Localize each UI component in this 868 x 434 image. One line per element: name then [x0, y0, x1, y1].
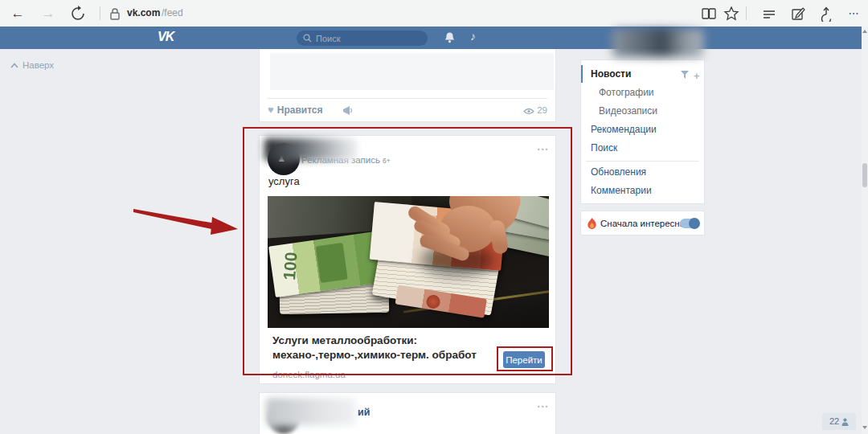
- age-rating: 6+: [383, 157, 391, 165]
- web-note-icon[interactable]: [790, 6, 806, 22]
- go-button[interactable]: Перейти: [503, 351, 545, 368]
- sidebar-item-recommendations[interactable]: Рекомендации: [581, 121, 704, 138]
- chevron-up-icon: [10, 63, 18, 68]
- hub-icon[interactable]: [761, 6, 777, 22]
- heart-icon: ♥: [268, 104, 274, 116]
- author-name-blurred: [264, 138, 356, 161]
- sidebar-item-label: Комментарии: [591, 185, 652, 196]
- notifications-bell-icon[interactable]: [444, 31, 456, 43]
- chrome-divider: [100, 6, 100, 20]
- next-post-card: ий ...: [259, 392, 556, 434]
- toggle-knob: [689, 218, 700, 229]
- sidebar-item-label: Фотографии: [599, 87, 654, 98]
- sidebar-menu: Новости + Фотографии Видеозаписи Рекомен…: [580, 59, 705, 204]
- previous-post-card: ♥Нравится 29: [259, 48, 556, 122]
- euro-100-label: 100: [280, 252, 301, 281]
- search-icon: [303, 34, 312, 43]
- ad-photo-money[interactable]: 100: [268, 196, 549, 328]
- scrollbar-thumb[interactable]: [862, 163, 867, 187]
- sidebar-item-search[interactable]: Поиск: [581, 139, 704, 157]
- search-input[interactable]: [297, 31, 428, 46]
- annotation-arrow: [130, 203, 241, 240]
- page-scrollbar[interactable]: [862, 27, 868, 434]
- fire-icon: [588, 218, 596, 229]
- sidebar-item-updates[interactable]: Обновления: [581, 163, 704, 181]
- ad-post-card: ♟ Рекламная запись6+ ... услуга 100: [259, 135, 556, 384]
- vk-top-bar: VK ♪: [0, 27, 868, 49]
- link-snippet-domain: doneck.flagma.ua: [272, 370, 346, 379]
- url-path[interactable]: /feed: [162, 7, 183, 18]
- chrome-divider: [746, 6, 747, 20]
- like-label: Нравится: [277, 104, 323, 116]
- online-count: 22: [829, 416, 839, 426]
- scroll-down-arrow[interactable]: [862, 426, 867, 429]
- post-actions-row: ♥Нравится 29: [268, 104, 549, 120]
- more-icon[interactable]: ⋯: [844, 4, 863, 23]
- vk-logo[interactable]: VK: [158, 30, 174, 44]
- post-menu-icon[interactable]: ...: [537, 142, 549, 150]
- music-icon[interactable]: ♪: [470, 30, 476, 43]
- sidebar-item-label: Видеозаписи: [599, 105, 657, 117]
- attachment-placeholder: [270, 53, 554, 90]
- sidebar-item-label: Новости: [591, 68, 631, 80]
- back-to-top-label: Наверх: [23, 60, 54, 70]
- browser-chrome: ← → vk.com /feed: [0, 0, 868, 27]
- person-icon: [841, 418, 849, 426]
- vk-feed-page: ← → vk.com /feed: [0, 0, 868, 434]
- sidebar-item-label: Поиск: [591, 142, 617, 154]
- filter-funnel-icon[interactable]: [681, 71, 689, 79]
- sidebar-divider: [586, 161, 699, 162]
- sidebar-item-photos[interactable]: Фотографии: [581, 84, 704, 101]
- profile-menu-blurred[interactable]: [612, 29, 703, 57]
- interesting-first-label: Сначала интересные: [600, 219, 691, 228]
- lock-icon: [107, 6, 123, 22]
- sidebar-item-label: Обновления: [591, 166, 646, 178]
- back-to-top-link[interactable]: Наверх: [10, 60, 54, 70]
- link-snippet-title[interactable]: Услуги металлообработки: механо-,термо-,…: [272, 334, 514, 362]
- url-host[interactable]: vk.com: [127, 7, 160, 18]
- add-source-icon[interactable]: +: [694, 68, 700, 85]
- back-icon[interactable]: ←: [8, 4, 27, 23]
- share-megaphone-icon[interactable]: [342, 105, 355, 116]
- photo-hand: [417, 196, 522, 283]
- online-friends-widget[interactable]: 22: [822, 413, 856, 430]
- sidebar-item-news[interactable]: Новости +: [581, 65, 704, 83]
- eye-icon: [523, 108, 534, 115]
- favorites-star-icon[interactable]: [723, 6, 739, 22]
- views-counter: 29: [523, 105, 547, 115]
- interesting-first-toggle[interactable]: [680, 219, 699, 228]
- interesting-first-card: Сначала интересные: [580, 211, 705, 235]
- sidebar-item-comments[interactable]: Комментарии: [581, 182, 704, 199]
- post-divider: [268, 98, 547, 99]
- post-menu-icon[interactable]: ...: [537, 399, 549, 407]
- refresh-icon[interactable]: [70, 6, 86, 22]
- views-count: 29: [537, 105, 547, 115]
- sidebar-item-label: Рекомендации: [591, 124, 657, 135]
- author-name-fragment[interactable]: ий: [358, 407, 370, 418]
- post-text: услуга: [268, 175, 300, 187]
- sidebar-item-videos[interactable]: Видеозаписи: [581, 102, 704, 120]
- author-name-blurred: [266, 398, 356, 425]
- like-button[interactable]: ♥Нравится: [268, 104, 323, 116]
- scroll-up-arrow[interactable]: [862, 30, 867, 33]
- reading-view-icon[interactable]: [701, 6, 717, 22]
- share-icon[interactable]: [818, 6, 834, 22]
- forward-icon[interactable]: →: [39, 4, 58, 23]
